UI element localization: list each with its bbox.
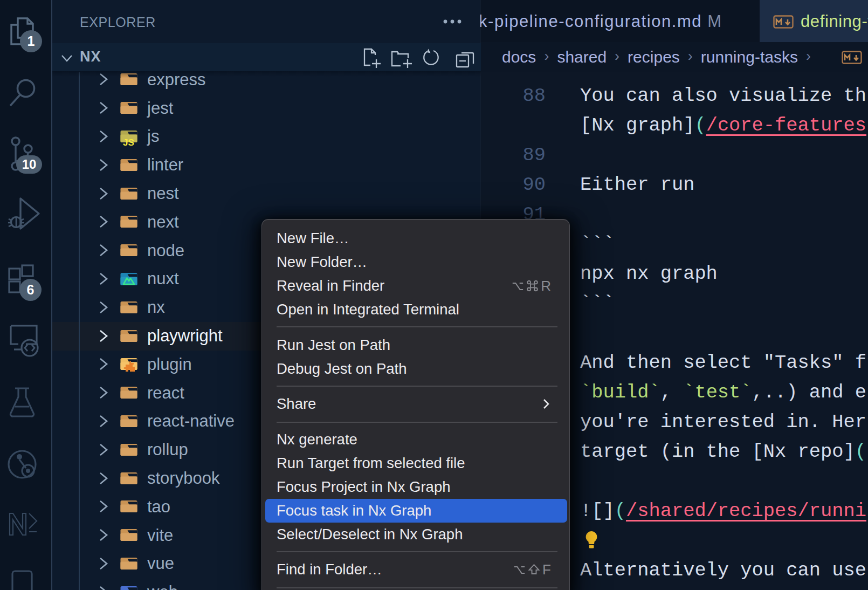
svg-text:JS: JS	[123, 138, 134, 146]
